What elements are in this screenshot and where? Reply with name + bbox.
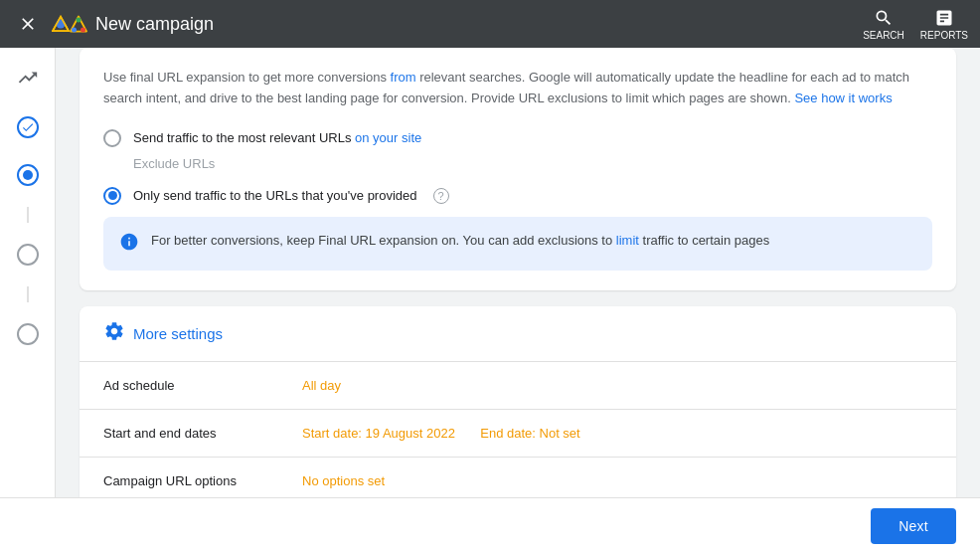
see-how-link[interactable]: See how it works (794, 91, 892, 105)
radio-option-1[interactable]: Send traffic to the most relevant URLs o… (103, 129, 932, 147)
sidebar (0, 48, 56, 553)
exclude-urls-field[interactable]: Exclude URLs (133, 155, 932, 171)
main-content: Use final URL expansion to get more conv… (56, 48, 980, 553)
ad-schedule-value: All day (302, 378, 341, 393)
search-button[interactable]: SEARCH (863, 8, 904, 41)
start-end-dates-row[interactable]: Start and end dates Start date: 19 Augus… (80, 410, 956, 458)
close-button[interactable] (12, 8, 44, 40)
on-your-site-text: on your site (355, 130, 421, 145)
start-end-dates-value: Start date: 19 August 2022 End date: Not… (302, 426, 580, 441)
reports-button[interactable]: REPORTS (920, 8, 968, 41)
campaign-url-label: Campaign URL options (103, 473, 302, 488)
search-label: SEARCH (863, 30, 904, 41)
topbar-actions: SEARCH REPORTS (863, 8, 968, 41)
start-end-dates-label: Start and end dates (103, 426, 302, 441)
reports-label: REPORTS (920, 30, 968, 41)
start-date-text: Start date: 19 August 2022 (302, 426, 455, 441)
from-text: from (391, 70, 416, 85)
topbar: New campaign SEARCH REPORTS (0, 0, 980, 48)
sidebar-item-check[interactable] (12, 111, 44, 143)
svg-point-5 (81, 28, 85, 33)
sidebar-item-step5[interactable] (12, 318, 44, 350)
radio-label-2: Only send traffic to the URLs that you'v… (133, 188, 417, 203)
ad-schedule-row[interactable]: Ad schedule All day (80, 362, 956, 410)
sidebar-item-active[interactable] (12, 159, 44, 191)
page-title: New campaign (95, 14, 863, 35)
more-settings-card: More settings Ad schedule All day Start … (80, 306, 956, 504)
google-ads-logo (52, 6, 87, 42)
info-box-text: For better conversions, keep Final URL e… (151, 231, 769, 251)
end-date-text: End date: Not set (480, 426, 579, 441)
check-icon (17, 116, 39, 138)
radio-option-2[interactable]: Only send traffic to the URLs that you'v… (103, 187, 932, 205)
radio-btn-2[interactable] (103, 187, 121, 205)
trend-icon (17, 67, 39, 93)
limit-link[interactable]: limit (616, 233, 639, 248)
gear-icon (103, 320, 125, 347)
url-expansion-card: Use final URL expansion to get more conv… (80, 48, 956, 290)
url-expansion-description: Use final URL expansion to get more conv… (103, 68, 932, 109)
campaign-url-value: No options set (302, 473, 385, 488)
svg-point-4 (72, 28, 77, 33)
active-step-indicator (17, 164, 39, 186)
radio-btn-1[interactable] (103, 129, 121, 147)
sidebar-item-trend[interactable] (12, 64, 44, 95)
sidebar-item-step4[interactable] (12, 239, 44, 271)
radio-label-1: Send traffic to the most relevant URLs o… (133, 130, 421, 145)
info-circle-icon (119, 232, 139, 257)
step5-indicator (17, 323, 39, 345)
help-icon[interactable]: ? (433, 188, 449, 204)
exclude-placeholder-text: Exclude URLs (133, 156, 215, 171)
sidebar-divider-2 (27, 286, 29, 302)
sidebar-divider-1 (27, 207, 29, 223)
bottom-bar: Next (0, 497, 980, 553)
more-settings-label: More settings (133, 325, 223, 342)
svg-point-6 (77, 18, 82, 23)
step4-indicator (17, 244, 39, 266)
next-button[interactable]: Next (871, 508, 956, 544)
info-box: For better conversions, keep Final URL e… (103, 217, 932, 271)
ad-schedule-label: Ad schedule (103, 378, 302, 393)
more-settings-header[interactable]: More settings (80, 306, 956, 362)
